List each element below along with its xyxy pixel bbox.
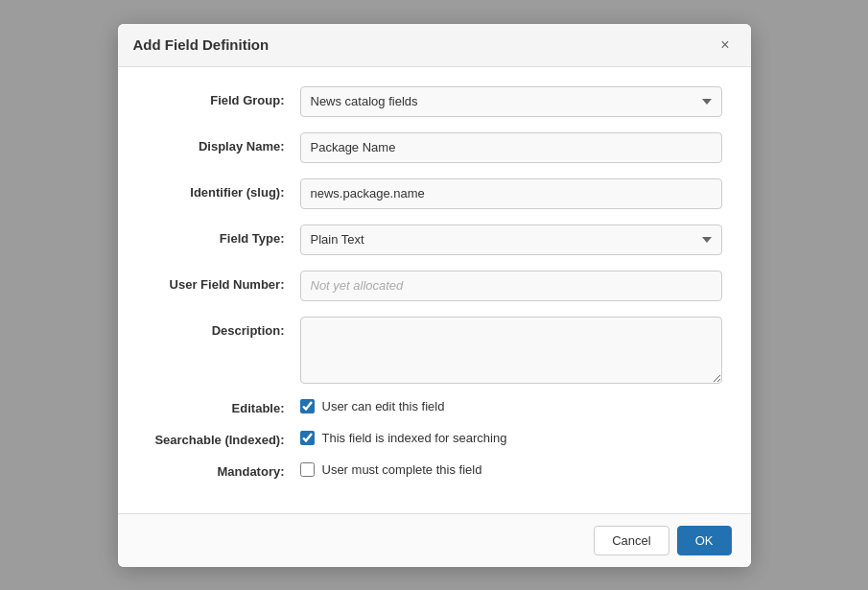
user-field-number-label: User Field Number: [147, 271, 300, 292]
identifier-input[interactable] [300, 178, 722, 209]
editable-checkbox[interactable] [300, 399, 315, 413]
searchable-label: Searchable (Indexed): [147, 431, 300, 447]
display-name-label: Display Name: [147, 132, 300, 153]
display-name-row: Display Name: [147, 132, 722, 163]
identifier-row: Identifier (slug): [147, 178, 722, 209]
searchable-checkbox-group: This field is indexed for searching [300, 431, 507, 445]
field-type-select[interactable]: Plain Text Rich Text Number Date Boolean [300, 224, 722, 255]
ok-button[interactable]: OK [677, 526, 732, 555]
field-group-label: Field Group: [147, 86, 300, 107]
mandatory-checkbox-group: User must complete this field [300, 462, 482, 477]
modal-overlay: Add Field Definition × Field Group: News… [0, 0, 868, 590]
mandatory-label: Mandatory: [147, 462, 300, 479]
description-row: Description: [147, 317, 722, 384]
editable-row: Editable: User can edit this field [147, 399, 722, 415]
close-button[interactable]: × [715, 35, 735, 55]
field-group-select[interactable]: News catalog fields General fields Custo… [300, 86, 722, 117]
mandatory-checkbox[interactable] [300, 462, 315, 477]
add-field-definition-modal: Add Field Definition × Field Group: News… [118, 24, 751, 567]
searchable-checkbox[interactable] [300, 431, 315, 445]
user-field-number-row: User Field Number: [147, 271, 722, 301]
searchable-row: Searchable (Indexed): This field is inde… [147, 431, 722, 447]
cancel-button[interactable]: Cancel [594, 526, 669, 555]
editable-label: Editable: [147, 399, 300, 415]
searchable-checkbox-label[interactable]: This field is indexed for searching [322, 431, 507, 445]
field-group-row: Field Group: News catalog fields General… [147, 86, 722, 117]
mandatory-row: Mandatory: User must complete this field [147, 462, 722, 479]
editable-checkbox-label[interactable]: User can edit this field [322, 399, 445, 413]
description-textarea[interactable] [300, 317, 722, 384]
identifier-label: Identifier (slug): [147, 178, 300, 200]
mandatory-checkbox-label[interactable]: User must complete this field [322, 462, 482, 477]
user-field-number-input[interactable] [300, 271, 722, 301]
field-type-row: Field Type: Plain Text Rich Text Number … [147, 224, 722, 255]
description-label: Description: [147, 317, 300, 338]
modal-title: Add Field Definition [133, 36, 270, 53]
modal-body: Field Group: News catalog fields General… [118, 67, 751, 513]
editable-checkbox-group: User can edit this field [300, 399, 445, 413]
field-type-label: Field Type: [147, 224, 300, 246]
modal-header: Add Field Definition × [118, 24, 751, 67]
modal-footer: Cancel OK [118, 513, 751, 567]
display-name-input[interactable] [300, 132, 722, 163]
